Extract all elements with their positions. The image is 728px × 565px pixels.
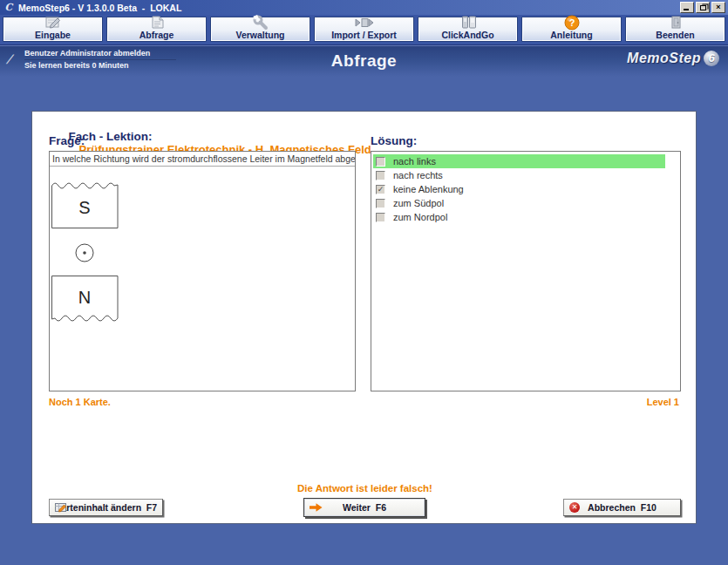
answer-list: nach links nach rechts ✓ keine Ablenkung… [371, 151, 681, 391]
edit-card-icon [55, 502, 67, 513]
answer-label: nach links [393, 156, 436, 167]
import-export-icon [353, 16, 376, 30]
restore-icon [700, 5, 706, 10]
window-title: MemoStep6 - V 1.3.0.0 Beta - LOKAL [18, 3, 181, 13]
toolbar-button-anleitung[interactable]: ? Anleitung [521, 17, 622, 42]
answer-option[interactable]: nach rechts [373, 168, 680, 182]
cancel-button[interactable]: ✕ Abbrechen F10 [563, 499, 681, 516]
toolbar-button-import-export[interactable]: Import / Export [314, 17, 414, 42]
help-icon: ? [564, 15, 580, 30]
toolbar-label: Eingabe [35, 30, 71, 41]
minimize-button[interactable] [680, 2, 694, 13]
learning-time-text: Sie lernen bereits 0 Minuten [24, 60, 176, 71]
change-card-label: Karteninhalt ändern F7 [55, 502, 157, 513]
application-window: C MemoStep6 - V 1.3.0.0 Beta - LOKAL × E… [0, 0, 728, 565]
cards-remaining-text: Noch 1 Karte. [49, 397, 111, 407]
next-arrow-icon [310, 503, 323, 512]
pen-stroke-icon: / [4, 48, 22, 71]
header-band: Abfrage / Benutzer Administrator abmelde… [0, 45, 728, 77]
cancel-label: Abbrechen F10 [588, 502, 657, 513]
toolbar-button-beenden[interactable]: Beenden [625, 17, 725, 42]
wrench-icon [251, 15, 270, 30]
question-heading: Frage: [49, 134, 85, 147]
toolbar-button-clickandgo[interactable]: ClickAndGo [418, 17, 518, 42]
answer-option[interactable]: zum Südpol [373, 196, 680, 210]
next-button[interactable]: Weiter F6 [303, 498, 425, 517]
edit-icon [43, 15, 64, 30]
restore-button[interactable] [696, 2, 710, 13]
toolbar-button-verwaltung[interactable]: Verwaltung [210, 17, 310, 42]
toolbar-label: Abfrage [139, 30, 174, 41]
feedback-message: Die Antwort ist leider falsch! [32, 483, 697, 494]
answer-label: nach rechts [393, 170, 443, 180]
answer-option[interactable]: ✓ keine Ablenkung [373, 182, 680, 196]
north-pole-label: N [78, 288, 91, 307]
toolbar-label: Verwaltung [235, 30, 284, 41]
toolbar-label: Import / Export [331, 30, 397, 41]
close-button[interactable]: × [711, 2, 725, 13]
answer-label: zum Südpol [393, 198, 444, 208]
toolbar-label: Anleitung [550, 30, 592, 41]
mobile-phones-icon [459, 15, 478, 30]
minimize-icon [684, 9, 689, 10]
quiz-panel: Fach - Lektion: Prüfungstrainer Elektrot… [31, 111, 697, 524]
solution-heading: Lösung: [371, 134, 417, 147]
toolbar-button-abfrage[interactable]: Abfrage [106, 17, 207, 42]
answer-label: zum Nordpol [393, 212, 447, 222]
next-label: Weiter F6 [343, 502, 386, 513]
change-card-button[interactable]: Karteninhalt ändern F7 [49, 499, 163, 516]
checkbox-icon[interactable] [376, 213, 385, 222]
svg-text:?: ? [568, 17, 575, 28]
south-pole-label: S [78, 198, 90, 217]
answer-label: keine Ablenkung [393, 184, 464, 194]
level-text: Level 1 [647, 397, 679, 407]
logo-badge-icon: 6 [704, 51, 719, 66]
answer-option[interactable]: zum Nordpol [373, 210, 680, 224]
toolbar-label: Beenden [656, 30, 694, 41]
checkbox-icon[interactable] [376, 157, 385, 167]
checkbox-icon[interactable] [376, 171, 385, 180]
logout-link[interactable]: Benutzer Administrator abmelden [24, 48, 176, 60]
main-toolbar: Eingabe Abfrage Verwaltung Import / Expo… [0, 15, 728, 45]
app-icon: C [3, 2, 15, 13]
memostep-logo: MemoStep 6 [627, 51, 719, 66]
magnet-diagram: S N [51, 178, 121, 326]
exit-icon [668, 15, 684, 30]
toolbar-button-eingabe[interactable]: Eingabe [3, 17, 103, 42]
answer-option[interactable]: nach links [373, 154, 665, 168]
checkbox-icon[interactable] [376, 199, 385, 208]
toolbar-label: ClickAndGo [441, 30, 493, 41]
cancel-icon: ✕ [569, 502, 580, 513]
question-box: In welche Richtung wird der stromdurchfl… [49, 151, 356, 391]
checkbox-icon[interactable]: ✓ [376, 185, 385, 194]
title-bar: C MemoStep6 - V 1.3.0.0 Beta - LOKAL × [0, 0, 728, 15]
question-text: In welche Richtung wird der stromdurchfl… [50, 152, 355, 167]
logo-text: MemoStep [627, 51, 701, 66]
query-document-icon [147, 15, 167, 30]
